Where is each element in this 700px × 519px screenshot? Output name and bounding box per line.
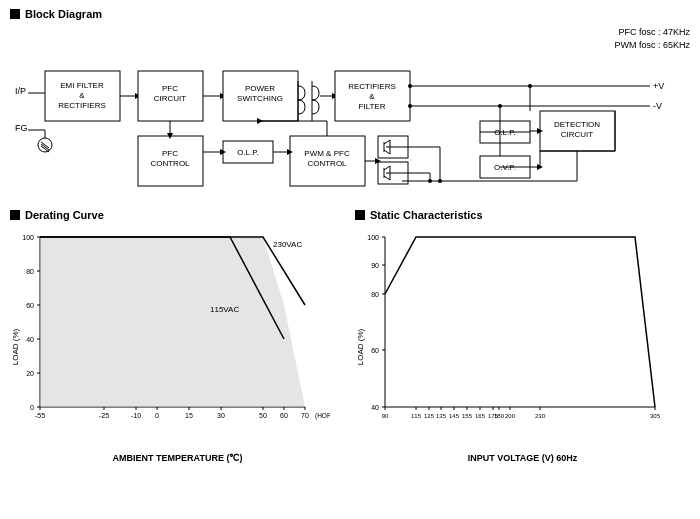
- block-diagram-header: Block Diagram: [10, 8, 690, 20]
- svg-text:&: &: [79, 91, 85, 100]
- svg-text:-10: -10: [131, 412, 141, 419]
- static-x-label: INPUT VOLTAGE (V) 60Hz: [355, 453, 690, 463]
- svg-text:165: 165: [475, 413, 486, 419]
- static-svg: LOAD (%) 100 90 80 60 40: [355, 227, 675, 447]
- svg-text:155: 155: [462, 413, 473, 419]
- svg-text:0: 0: [155, 412, 159, 419]
- svg-point-82: [438, 179, 442, 183]
- svg-text:-25: -25: [99, 412, 109, 419]
- svg-text:230VAC: 230VAC: [273, 240, 302, 249]
- derating-chart: LOAD (%) 100 80 60 40: [10, 227, 345, 463]
- svg-text:135: 135: [436, 413, 447, 419]
- svg-text:FG: FG: [15, 123, 28, 133]
- svg-text:&: &: [369, 92, 375, 101]
- page: Block Diagram PFC fosc : 47KHz PWM fosc …: [0, 0, 700, 519]
- svg-text:20: 20: [26, 370, 34, 377]
- svg-point-46: [498, 104, 502, 108]
- fosc-note: PFC fosc : 47KHz PWM fosc : 65KHz: [614, 26, 690, 51]
- static-title: Static Characteristics: [370, 209, 483, 221]
- svg-text:200: 200: [505, 413, 516, 419]
- svg-text:CIRCUIT: CIRCUIT: [154, 94, 187, 103]
- pwm-fosc: PWM fosc : 65KHz: [614, 39, 690, 52]
- svg-point-33: [408, 104, 412, 108]
- svg-text:EMI FILTER: EMI FILTER: [60, 81, 104, 90]
- derating-svg: LOAD (%) 100 80 60 40: [10, 227, 330, 447]
- derating-header: Derating Curve: [10, 209, 345, 221]
- svg-text:CONTROL: CONTROL: [150, 159, 190, 168]
- svg-text:80: 80: [26, 268, 34, 275]
- svg-point-32: [408, 84, 412, 88]
- svg-text:POWER: POWER: [245, 84, 275, 93]
- derating-title: Derating Curve: [25, 209, 104, 221]
- bottom-sections: Derating Curve LOAD (%) 100 80: [10, 209, 690, 463]
- pfc-fosc: PFC fosc : 47KHz: [614, 26, 690, 39]
- svg-text:50: 50: [259, 412, 267, 419]
- svg-text:115VAC: 115VAC: [210, 305, 239, 314]
- block-diagram-content: PFC fosc : 47KHz PWM fosc : 65KHz I/P FG: [10, 26, 690, 201]
- svg-point-40: [528, 84, 532, 88]
- svg-text:CIRCUIT: CIRCUIT: [561, 130, 594, 139]
- svg-text:(HORIZONTAL): (HORIZONTAL): [315, 412, 330, 420]
- svg-text:70: 70: [301, 412, 309, 419]
- static-section: Static Characteristics LOAD (%) 100 90: [355, 209, 690, 463]
- svg-text:40: 40: [26, 336, 34, 343]
- derating-section: Derating Curve LOAD (%) 100 80: [10, 209, 345, 463]
- svg-text:FILTER: FILTER: [359, 102, 386, 111]
- svg-text:+V: +V: [653, 81, 664, 91]
- svg-text:100: 100: [367, 234, 379, 241]
- svg-text:I/P: I/P: [15, 86, 26, 96]
- svg-text:30: 30: [217, 412, 225, 419]
- svg-text:60: 60: [371, 347, 379, 354]
- static-square: [355, 210, 365, 220]
- block-diagram-section: Block Diagram PFC fosc : 47KHz PWM fosc …: [10, 8, 690, 201]
- block-diagram-title: Block Diagram: [25, 8, 102, 20]
- svg-text:100: 100: [22, 234, 34, 241]
- svg-text:PWM & PFC: PWM & PFC: [304, 149, 350, 158]
- svg-text:230: 230: [535, 413, 546, 419]
- svg-text:RECTIFIERS: RECTIFIERS: [58, 101, 106, 110]
- derating-square: [10, 210, 20, 220]
- svg-text:90: 90: [382, 413, 389, 419]
- svg-text:305: 305: [650, 413, 661, 419]
- svg-text:60: 60: [280, 412, 288, 419]
- svg-text:CONTROL: CONTROL: [307, 159, 347, 168]
- svg-text:80: 80: [371, 291, 379, 298]
- svg-text:RECTIFIERS: RECTIFIERS: [348, 82, 396, 91]
- svg-text:PFC: PFC: [162, 84, 178, 93]
- svg-text:145: 145: [449, 413, 460, 419]
- svg-text:15: 15: [185, 412, 193, 419]
- svg-text:PFC: PFC: [162, 149, 178, 158]
- static-header: Static Characteristics: [355, 209, 690, 221]
- svg-text:LOAD (%): LOAD (%): [11, 328, 20, 365]
- static-chart: LOAD (%) 100 90 80 60 40: [355, 227, 690, 463]
- derating-x-label: AMBIENT TEMPERATURE (℃): [10, 453, 345, 463]
- svg-text:115: 115: [411, 413, 422, 419]
- svg-text:180: 180: [494, 413, 505, 419]
- block-diagram-svg: I/P FG EMI FILTER & RECTIFIERS: [10, 26, 670, 196]
- svg-text:60: 60: [26, 302, 34, 309]
- svg-text:40: 40: [371, 404, 379, 411]
- svg-marker-120: [40, 237, 305, 407]
- svg-text:0: 0: [30, 404, 34, 411]
- svg-text:-V: -V: [653, 101, 662, 111]
- svg-point-79: [428, 179, 432, 183]
- svg-text:-55: -55: [35, 412, 45, 419]
- svg-text:SWITCHING: SWITCHING: [237, 94, 283, 103]
- svg-text:LOAD (%): LOAD (%): [356, 328, 365, 365]
- svg-text:O.L.P.: O.L.P.: [237, 148, 259, 157]
- svg-text:125: 125: [424, 413, 435, 419]
- svg-text:90: 90: [371, 262, 379, 269]
- svg-text:DETECTION: DETECTION: [554, 120, 600, 129]
- header-square: [10, 9, 20, 19]
